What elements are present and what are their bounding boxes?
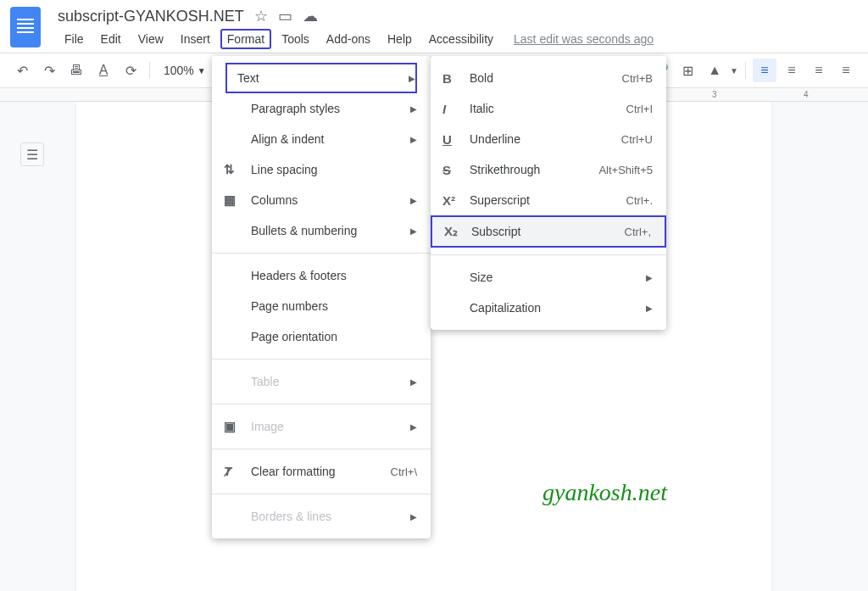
subscript-icon: X₂ xyxy=(444,224,465,239)
bold-icon: B xyxy=(442,71,463,86)
format-text-item[interactable]: Text ▶ xyxy=(225,63,417,93)
text-size-item[interactable]: Size ▶ xyxy=(431,262,666,293)
columns-icon: ▦ xyxy=(224,192,244,208)
chevron-right-icon: ▶ xyxy=(646,304,653,313)
menu-tools[interactable]: Tools xyxy=(275,29,316,49)
move-icon[interactable]: ▭ xyxy=(278,7,292,25)
docs-logo-icon[interactable] xyxy=(10,7,41,47)
align-center-button[interactable]: ≡ xyxy=(780,59,804,82)
format-bullets-item[interactable]: Bullets & numbering ▶ xyxy=(212,215,431,246)
print-button[interactable]: 🖶 xyxy=(64,59,88,82)
line-spacing-icon: ⇅ xyxy=(224,162,244,177)
format-linespacing-item[interactable]: ⇅ Line spacing xyxy=(212,154,431,185)
menu-insert[interactable]: Insert xyxy=(174,29,217,49)
insert-comment-button[interactable]: ⊞ xyxy=(676,59,699,82)
menu-addons[interactable]: Add-ons xyxy=(320,29,377,49)
superscript-icon: X² xyxy=(442,193,463,208)
chevron-right-icon: ▶ xyxy=(410,226,417,236)
format-paragraph-item[interactable]: Paragraph styles ▶ xyxy=(212,93,431,124)
text-subscript-item[interactable]: X₂ Subscript Ctrl+, xyxy=(431,215,666,248)
watermark-text: gyankosh.net xyxy=(542,479,667,506)
format-columns-item[interactable]: ▦ Columns ▶ xyxy=(212,185,431,215)
italic-icon: I xyxy=(442,102,463,116)
text-underline-item[interactable]: U Underline Ctrl+U xyxy=(431,124,666,154)
menu-edit[interactable]: Edit xyxy=(94,29,128,49)
outline-toggle-icon[interactable]: ☰ xyxy=(20,142,44,166)
align-left-button[interactable]: ≡ xyxy=(753,59,776,82)
chevron-right-icon: ▶ xyxy=(410,104,417,114)
strikethrough-icon: S xyxy=(442,163,463,177)
last-edit-link[interactable]: Last edit was seconds ago xyxy=(514,32,654,46)
document-title[interactable]: subscript-GYANKOSH.NET xyxy=(58,8,244,25)
text-bold-item[interactable]: B Bold Ctrl+B xyxy=(431,63,666,93)
clear-format-icon: T̷ xyxy=(224,464,244,479)
paint-format-button[interactable]: ⟳ xyxy=(119,59,142,82)
format-table-item: Table ▶ xyxy=(212,366,431,397)
format-clear-item[interactable]: T̷ Clear formatting Ctrl+\ xyxy=(212,456,431,487)
menu-accessibility[interactable]: Accessibility xyxy=(422,29,500,49)
image-icon: ▣ xyxy=(224,419,244,434)
star-icon[interactable]: ☆ xyxy=(254,7,268,25)
insert-image-button[interactable]: ▲ xyxy=(703,59,726,82)
align-right-button[interactable]: ≡ xyxy=(807,59,831,82)
text-strikethrough-item[interactable]: S Strikethrough Alt+Shift+5 xyxy=(431,154,666,185)
chevron-right-icon: ▶ xyxy=(410,196,417,205)
undo-button[interactable]: ↶ xyxy=(10,59,34,82)
underline-icon: U xyxy=(442,132,463,147)
text-capitalization-item[interactable]: Capitalization ▶ xyxy=(431,293,666,323)
format-align-item[interactable]: Align & indent ▶ xyxy=(212,124,431,154)
format-pagenumbers-item[interactable]: Page numbers xyxy=(212,291,431,321)
menu-view[interactable]: View xyxy=(131,29,170,49)
chevron-right-icon: ▶ xyxy=(410,422,417,432)
chevron-right-icon: ▶ xyxy=(646,273,653,282)
cloud-icon[interactable]: ☁ xyxy=(303,7,318,25)
chevron-right-icon: ▶ xyxy=(410,135,417,144)
chevron-right-icon: ▶ xyxy=(410,377,417,387)
format-headers-item[interactable]: Headers & footers xyxy=(212,260,431,291)
format-borders-item: Borders & lines ▶ xyxy=(212,501,431,532)
text-submenu: B Bold Ctrl+B I Italic Ctrl+I U Underlin… xyxy=(431,56,666,330)
format-orientation-item[interactable]: Page orientation xyxy=(212,321,431,352)
chevron-right-icon: ▶ xyxy=(409,74,415,83)
redo-button[interactable]: ↷ xyxy=(37,59,61,82)
align-justify-button[interactable]: ≡ xyxy=(834,59,858,82)
zoom-selector[interactable]: 100% ▼ xyxy=(157,64,213,77)
format-image-item: ▣ Image ▶ xyxy=(212,411,431,442)
menu-format[interactable]: Format xyxy=(220,29,271,49)
menu-help[interactable]: Help xyxy=(381,29,419,49)
menu-file[interactable]: File xyxy=(58,29,91,49)
format-dropdown: Text ▶ Paragraph styles ▶ Align & indent… xyxy=(212,56,431,538)
chevron-right-icon: ▶ xyxy=(410,512,417,521)
spellcheck-button[interactable]: A xyxy=(92,59,115,82)
text-italic-item[interactable]: I Italic Ctrl+I xyxy=(431,93,666,124)
text-superscript-item[interactable]: X² Superscript Ctrl+. xyxy=(431,185,666,215)
